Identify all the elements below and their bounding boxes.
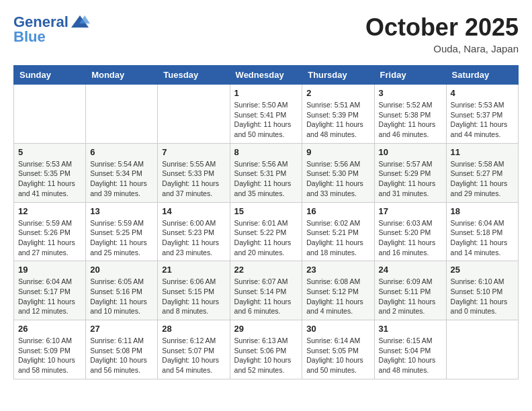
day-info: Sunrise: 6:11 AM Sunset: 5:08 PM Dayligh…	[90, 336, 153, 375]
calendar-cell: 31Sunrise: 6:15 AM Sunset: 5:04 PM Dayli…	[374, 320, 446, 379]
calendar-cell: 5Sunrise: 5:53 AM Sunset: 5:35 PM Daylig…	[14, 143, 86, 202]
calendar-cell: 16Sunrise: 6:02 AM Sunset: 5:21 PM Dayli…	[302, 202, 374, 261]
week-row-2: 5Sunrise: 5:53 AM Sunset: 5:35 PM Daylig…	[14, 143, 519, 202]
day-number: 9	[306, 147, 369, 157]
day-number: 15	[234, 206, 298, 216]
day-number: 10	[379, 147, 442, 157]
day-header-tuesday: Tuesday	[158, 66, 230, 85]
day-info: Sunrise: 6:09 AM Sunset: 5:11 PM Dayligh…	[379, 277, 442, 316]
day-number: 25	[451, 265, 514, 275]
calendar-cell: 8Sunrise: 5:56 AM Sunset: 5:31 PM Daylig…	[230, 143, 302, 202]
calendar-cell: 25Sunrise: 6:10 AM Sunset: 5:10 PM Dayli…	[446, 261, 518, 320]
day-number: 16	[306, 206, 369, 216]
day-info: Sunrise: 6:08 AM Sunset: 5:12 PM Dayligh…	[306, 277, 369, 316]
page: General Blue October 2025 Ouda, Nara, Ja…	[0, 0, 532, 386]
calendar-cell: 12Sunrise: 5:59 AM Sunset: 5:26 PM Dayli…	[14, 202, 86, 261]
day-number: 27	[90, 324, 153, 334]
day-info: Sunrise: 6:01 AM Sunset: 5:22 PM Dayligh…	[234, 218, 298, 258]
calendar-cell: 9Sunrise: 5:56 AM Sunset: 5:30 PM Daylig…	[302, 143, 374, 202]
day-number: 11	[451, 147, 514, 157]
day-number: 30	[306, 324, 369, 334]
calendar-cell: 6Sunrise: 5:54 AM Sunset: 5:34 PM Daylig…	[86, 143, 158, 202]
day-info: Sunrise: 6:13 AM Sunset: 5:06 PM Dayligh…	[234, 336, 298, 375]
day-header-wednesday: Wednesday	[230, 66, 302, 85]
day-number: 17	[379, 206, 442, 216]
calendar-cell: 26Sunrise: 6:10 AM Sunset: 5:09 PM Dayli…	[14, 320, 86, 379]
day-number: 26	[18, 324, 81, 334]
calendar-cell: 23Sunrise: 6:08 AM Sunset: 5:12 PM Dayli…	[302, 261, 374, 320]
day-info: Sunrise: 6:15 AM Sunset: 5:04 PM Dayligh…	[379, 336, 442, 375]
calendar-cell	[446, 320, 518, 379]
calendar-cell: 1Sunrise: 5:50 AM Sunset: 5:41 PM Daylig…	[230, 85, 302, 144]
day-info: Sunrise: 5:53 AM Sunset: 5:35 PM Dayligh…	[18, 159, 81, 199]
day-number: 28	[162, 324, 225, 334]
logo-blue: Blue	[13, 28, 46, 45]
day-number: 29	[234, 324, 298, 334]
day-number: 13	[90, 206, 153, 216]
day-info: Sunrise: 6:03 AM Sunset: 5:20 PM Dayligh…	[379, 218, 442, 258]
day-info: Sunrise: 5:54 AM Sunset: 5:34 PM Dayligh…	[90, 159, 153, 199]
day-number: 2	[306, 88, 369, 98]
day-info: Sunrise: 6:07 AM Sunset: 5:14 PM Dayligh…	[234, 277, 298, 316]
calendar-cell: 11Sunrise: 5:58 AM Sunset: 5:27 PM Dayli…	[446, 143, 518, 202]
day-header-saturday: Saturday	[446, 66, 518, 85]
day-info: Sunrise: 6:14 AM Sunset: 5:05 PM Dayligh…	[306, 336, 369, 375]
day-number: 23	[306, 265, 369, 275]
day-number: 5	[18, 147, 81, 157]
day-header-monday: Monday	[86, 66, 158, 85]
day-info: Sunrise: 6:06 AM Sunset: 5:15 PM Dayligh…	[162, 277, 225, 316]
day-header-friday: Friday	[374, 66, 446, 85]
day-info: Sunrise: 6:00 AM Sunset: 5:23 PM Dayligh…	[162, 218, 225, 258]
day-info: Sunrise: 5:53 AM Sunset: 5:37 PM Dayligh…	[451, 100, 514, 140]
calendar-cell: 10Sunrise: 5:57 AM Sunset: 5:29 PM Dayli…	[374, 143, 446, 202]
calendar-cell: 30Sunrise: 6:14 AM Sunset: 5:05 PM Dayli…	[302, 320, 374, 379]
day-info: Sunrise: 6:04 AM Sunset: 5:17 PM Dayligh…	[18, 277, 81, 316]
calendar-cell: 2Sunrise: 5:51 AM Sunset: 5:39 PM Daylig…	[302, 85, 374, 144]
calendar-header-row: SundayMondayTuesdayWednesdayThursdayFrid…	[14, 66, 519, 85]
day-info: Sunrise: 5:59 AM Sunset: 5:26 PM Dayligh…	[18, 218, 81, 258]
day-info: Sunrise: 6:10 AM Sunset: 5:09 PM Dayligh…	[18, 336, 81, 375]
calendar-cell: 13Sunrise: 5:59 AM Sunset: 5:25 PM Dayli…	[86, 202, 158, 261]
day-info: Sunrise: 5:51 AM Sunset: 5:39 PM Dayligh…	[306, 100, 369, 140]
day-info: Sunrise: 5:55 AM Sunset: 5:33 PM Dayligh…	[162, 159, 225, 199]
calendar-cell: 28Sunrise: 6:12 AM Sunset: 5:07 PM Dayli…	[158, 320, 230, 379]
calendar-cell: 15Sunrise: 6:01 AM Sunset: 5:22 PM Dayli…	[230, 202, 302, 261]
day-number: 14	[162, 206, 225, 216]
week-row-4: 19Sunrise: 6:04 AM Sunset: 5:17 PM Dayli…	[14, 261, 519, 320]
week-row-1: 1Sunrise: 5:50 AM Sunset: 5:41 PM Daylig…	[14, 85, 519, 144]
day-number: 3	[379, 88, 442, 98]
calendar-cell	[14, 85, 86, 144]
week-row-3: 12Sunrise: 5:59 AM Sunset: 5:26 PM Dayli…	[14, 202, 519, 261]
day-number: 22	[234, 265, 298, 275]
day-number: 18	[451, 206, 514, 216]
day-info: Sunrise: 5:57 AM Sunset: 5:29 PM Dayligh…	[379, 159, 442, 199]
day-info: Sunrise: 5:56 AM Sunset: 5:31 PM Dayligh…	[234, 159, 298, 199]
day-info: Sunrise: 6:04 AM Sunset: 5:18 PM Dayligh…	[451, 218, 514, 258]
calendar-cell: 3Sunrise: 5:52 AM Sunset: 5:38 PM Daylig…	[374, 85, 446, 144]
day-number: 20	[90, 265, 153, 275]
day-info: Sunrise: 6:05 AM Sunset: 5:16 PM Dayligh…	[90, 277, 153, 316]
calendar-cell: 29Sunrise: 6:13 AM Sunset: 5:06 PM Dayli…	[230, 320, 302, 379]
calendar-cell: 20Sunrise: 6:05 AM Sunset: 5:16 PM Dayli…	[86, 261, 158, 320]
day-number: 4	[451, 88, 514, 98]
day-info: Sunrise: 5:52 AM Sunset: 5:38 PM Dayligh…	[379, 100, 442, 140]
calendar-cell: 24Sunrise: 6:09 AM Sunset: 5:11 PM Dayli…	[374, 261, 446, 320]
day-number: 21	[162, 265, 225, 275]
day-info: Sunrise: 5:58 AM Sunset: 5:27 PM Dayligh…	[451, 159, 514, 199]
day-number: 8	[234, 147, 298, 157]
location: Ouda, Nara, Japan	[365, 43, 519, 54]
calendar-cell	[86, 85, 158, 144]
day-header-thursday: Thursday	[302, 66, 374, 85]
day-info: Sunrise: 6:02 AM Sunset: 5:21 PM Dayligh…	[306, 218, 369, 258]
header: General Blue October 2025 Ouda, Nara, Ja…	[13, 13, 519, 54]
calendar-cell: 4Sunrise: 5:53 AM Sunset: 5:37 PM Daylig…	[446, 85, 518, 144]
day-number: 6	[90, 147, 153, 157]
calendar-cell: 7Sunrise: 5:55 AM Sunset: 5:33 PM Daylig…	[158, 143, 230, 202]
day-info: Sunrise: 6:10 AM Sunset: 5:10 PM Dayligh…	[451, 277, 514, 316]
day-info: Sunrise: 5:59 AM Sunset: 5:25 PM Dayligh…	[90, 218, 153, 258]
calendar-cell: 22Sunrise: 6:07 AM Sunset: 5:14 PM Dayli…	[230, 261, 302, 320]
day-number: 7	[162, 147, 225, 157]
day-number: 31	[379, 324, 442, 334]
day-info: Sunrise: 5:56 AM Sunset: 5:30 PM Dayligh…	[306, 159, 369, 199]
logo: General Blue	[13, 13, 91, 46]
